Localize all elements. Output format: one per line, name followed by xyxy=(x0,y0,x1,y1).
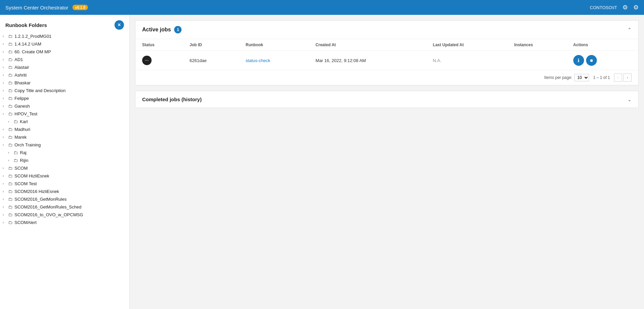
sidebar-item[interactable]: ›🗀Felippe xyxy=(0,94,129,102)
col-instances: Instances xyxy=(508,39,567,51)
folder-icon: 🗀 xyxy=(8,73,12,78)
folder-icon: 🗀 xyxy=(8,96,12,101)
runbook-link[interactable]: status-check xyxy=(246,58,270,63)
tree-item-label: Ashriti xyxy=(14,73,27,78)
folder-icon: 🗀 xyxy=(8,57,12,62)
sidebar-item[interactable]: ›🗀SCOM HizliEsnek xyxy=(0,172,129,180)
tree-chevron-icon: › xyxy=(3,73,8,77)
col-created-at: Created At xyxy=(309,39,426,51)
tree-chevron-icon: › xyxy=(3,221,8,224)
sidebar-item[interactable]: ›🗀Alastair xyxy=(0,63,129,71)
topbar: System Center Orchestrator v0.1.0 CONTOS… xyxy=(0,0,644,15)
tree-chevron-icon: › xyxy=(3,112,8,116)
sidebar-item[interactable]: ›🗀Madhuri xyxy=(0,125,129,133)
prev-page-button[interactable]: ‹ xyxy=(614,74,622,82)
sidebar-item[interactable]: ›🗀Ganesh xyxy=(0,102,129,110)
tree-chevron-icon: › xyxy=(3,143,8,147)
last-updated-cell: N.A. xyxy=(426,51,508,70)
active-jobs-section: Active jobs 1 ⌃ Status Job ID Runbook Cr… xyxy=(135,20,639,85)
tree-item-label: Madhuri xyxy=(14,127,30,132)
items-per-page-select[interactable]: 10 25 50 xyxy=(574,74,589,81)
tree-chevron-icon: › xyxy=(8,159,13,162)
sidebar-item[interactable]: ›🗀HPOV_Test xyxy=(0,110,129,118)
sidebar-item[interactable]: ›🗀Karl xyxy=(0,118,129,125)
table-row: ··· 6261dae status-check Mar 16, 2022, 9… xyxy=(135,51,638,70)
status-icon: ··· xyxy=(142,56,152,65)
tree-chevron-icon: › xyxy=(3,166,8,170)
sidebar-item[interactable]: ›🗀Ashriti xyxy=(0,71,129,79)
sidebar-scroll[interactable]: ›🗀1.2.1.2_ProdMG01›🗀1.4.14.2 UAM›🗀60. Cr… xyxy=(0,32,129,309)
folder-icon: 🗀 xyxy=(8,197,12,202)
active-jobs-badge: 1 xyxy=(174,26,182,33)
tree-item-label: HPOV_Test xyxy=(14,111,37,116)
folder-icon: 🗀 xyxy=(8,88,12,93)
sidebar-item[interactable]: ›🗀SCOM2016_to_OVO_w_OPCMSG xyxy=(0,211,129,219)
folder-icon: 🗀 xyxy=(13,119,18,124)
items-per-page-group: Items per page: 10 25 50 xyxy=(544,74,589,81)
folder-icon: 🗀 xyxy=(8,49,12,54)
tree-item-label: 1.4.14.2 UAM xyxy=(14,41,41,47)
runbook-cell: status-check xyxy=(239,51,309,70)
actions-cell: ℹ ■ xyxy=(567,51,638,70)
tree-chevron-icon: › xyxy=(3,135,8,139)
completed-jobs-header[interactable]: Completed jobs (history) ⌄ xyxy=(135,91,638,108)
collapse-active-jobs-button[interactable]: ⌃ xyxy=(627,27,632,32)
tree-chevron-icon: › xyxy=(3,42,8,46)
tree-item-label: AD1 xyxy=(14,57,23,62)
tree-item-label: 60. Create OM MP xyxy=(14,49,51,54)
tree-item-label: Orch Training xyxy=(14,142,41,147)
sidebar-item[interactable]: ›🗀Bhaskar xyxy=(0,79,129,87)
folder-icon: 🗀 xyxy=(8,111,12,116)
col-runbook: Runbook xyxy=(239,39,309,51)
sidebar: Runbook Folders × ›🗀1.2.1.2_ProdMG01›🗀1.… xyxy=(0,15,130,309)
tree-item-label: Raj xyxy=(20,150,27,155)
sidebar-header: Runbook Folders × xyxy=(0,15,129,32)
tree-chevron-icon: › xyxy=(3,104,8,108)
sidebar-item[interactable]: ›🗀SCOM2016_GetMonRules xyxy=(0,195,129,203)
col-last-updated: Last Updated At xyxy=(426,39,508,51)
tree-chevron-icon: › xyxy=(3,58,8,61)
sidebar-item[interactable]: ›🗀Rijin xyxy=(0,157,129,164)
sidebar-item[interactable]: ›🗀60. Create OM MP xyxy=(0,48,129,56)
sidebar-item[interactable]: ›🗀AD1 xyxy=(0,56,129,63)
folder-icon: 🗀 xyxy=(8,166,12,171)
tree-chevron-icon: › xyxy=(3,174,8,178)
folder-icon: 🗀 xyxy=(13,150,18,155)
col-job-id: Job ID xyxy=(183,39,239,51)
active-jobs-title-group: Active jobs 1 xyxy=(142,26,182,33)
version-badge: v0.1.0 xyxy=(72,5,88,10)
close-sidebar-button[interactable]: × xyxy=(115,20,124,30)
tree-chevron-icon: › xyxy=(8,120,13,123)
sidebar-item[interactable]: ›🗀Raj xyxy=(0,149,129,157)
sidebar-item[interactable]: ›🗀1.4.14.2 UAM xyxy=(0,40,129,48)
sidebar-item[interactable]: ›🗀Marek xyxy=(0,133,129,141)
sidebar-item[interactable]: ›🗀SCOM2016_GetMonRules_Sched xyxy=(0,203,129,211)
tree-chevron-icon: › xyxy=(3,128,8,131)
pagination-row: Items per page: 10 25 50 1 – 1 of 1 ‹ › xyxy=(135,70,638,85)
plugin-icon[interactable]: ⚙ xyxy=(622,4,628,11)
tree-chevron-icon: › xyxy=(3,81,8,85)
tree-item-label: Alastair xyxy=(14,65,29,70)
sidebar-item[interactable]: ›🗀Orch Training xyxy=(0,141,129,149)
tree-item-label: Bhaskar xyxy=(14,80,31,85)
tree-item-label: Karl xyxy=(20,119,28,124)
stop-button[interactable]: ■ xyxy=(586,55,597,66)
sidebar-item[interactable]: ›🗀SCOM xyxy=(0,164,129,172)
settings-icon[interactable]: ⚙ xyxy=(633,4,639,11)
active-jobs-title: Active jobs xyxy=(142,27,171,33)
instances-cell xyxy=(508,51,567,70)
tree-item-label: Copy Title and Description xyxy=(14,88,66,93)
folder-icon: 🗀 xyxy=(8,65,12,70)
next-page-button[interactable]: › xyxy=(623,74,632,82)
sidebar-item[interactable]: ›🗀SCOM2016 HizliEsnek xyxy=(0,188,129,195)
sidebar-item[interactable]: ›🗀SCOM Test xyxy=(0,180,129,188)
folder-icon: 🗀 xyxy=(8,220,12,225)
tree-item-label: 1.2.1.2_ProdMG01 xyxy=(14,34,52,39)
sidebar-item[interactable]: ›🗀1.2.1.2_ProdMG01 xyxy=(0,32,129,40)
sidebar-item[interactable]: ›🗀SCOMAlert xyxy=(0,219,129,226)
sidebar-item[interactable]: ›🗀Copy Title and Description xyxy=(0,87,129,94)
tree-item-label: SCOM2016_GetMonRules xyxy=(14,197,67,202)
tree-item-label: SCOM xyxy=(14,166,28,171)
tree-chevron-icon: › xyxy=(3,182,8,186)
info-button[interactable]: ℹ xyxy=(573,55,584,66)
